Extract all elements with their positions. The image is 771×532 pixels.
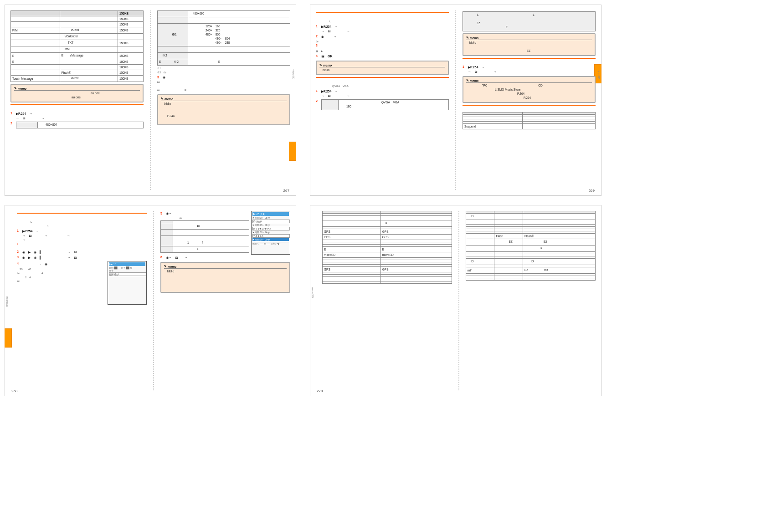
side-label: microSD: [292, 69, 295, 79]
telop-settings-table: 🖭 1 4 1: [160, 220, 249, 253]
suspend-table: Suspend: [463, 112, 596, 129]
section-heading: [10, 106, 144, 111]
side-label: microSD: [597, 69, 600, 79]
page-269: microSD 269 L 1▶P.254 →→ 🖭 → 2◉ → 🖭 3 ◉ …: [310, 5, 601, 196]
side-label: microSD: [6, 297, 9, 307]
feature-table-left: ×GPSGPSGPSGPSEEmicroSDmicroSDGPSGPS: [322, 211, 452, 284]
memo-5: memo "PC CD LISMO Music Store P.264 P.26…: [463, 76, 596, 103]
memo-6: memo biblio: [160, 262, 290, 293]
page-267: microSD 267 150KB 150KB150KBPIM vCard 15…: [5, 5, 296, 196]
telop-edit-thumb-2: ﾃﾛｯﾌﾟ 見集 ▶時間:00～05秒 ▶時間:05～09秒 ▶時間:09～14…: [251, 211, 290, 255]
memo-3: memo biblio: [316, 61, 449, 75]
resolution-table: 480×696 ※1 120× 160 240× 320 480× 800 48…: [157, 10, 290, 66]
note-box: L L 15 E: [463, 11, 596, 31]
page-270: 270 microSD ×GPSGPSGPSGPSEEmicroSDmicroS…: [310, 205, 601, 396]
memo-2: memo biblio P.344: [157, 94, 290, 125]
side-label: microSD: [311, 287, 314, 298]
telop-text-input[interactable]: [109, 272, 146, 276]
feature-table-right: IDFlashFlash® EZ EZ × ID IDmifEZ mif: [466, 211, 596, 281]
memo-4: memo biblio EZ: [463, 33, 596, 56]
memo-1: memo au one au one: [10, 84, 144, 102]
telop-edit-thumb-1: ﾃﾛｯﾌﾟ 開始 ██ ～ 終了 ██ 秒 文字: [108, 261, 147, 305]
format-size-table: 150KB 150KB150KBPIM vCard 150KB vCalenda…: [10, 10, 144, 82]
page-268: microSD 268 L 4 1▶P.254 →→ 🖭 → →→ 5 2◉ ▶…: [5, 205, 296, 396]
